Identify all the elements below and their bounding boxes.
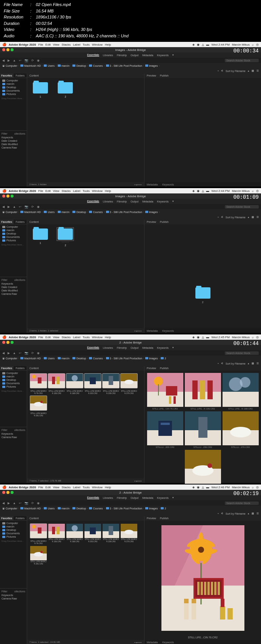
crumb-images[interactable]: Images bbox=[145, 64, 158, 67]
preview-thumb[interactable]: STILL LIFE...N 168.CR2 bbox=[223, 373, 259, 410]
crumb-computer[interactable]: 🖥 Computer bbox=[2, 64, 17, 67]
folder-1[interactable]: 1 bbox=[32, 81, 49, 98]
tab-output[interactable]: Output bbox=[130, 54, 138, 57]
list-icon[interactable]: ☰ bbox=[256, 69, 259, 72]
sidebar-tab-folders[interactable]: Folders bbox=[14, 74, 27, 78]
footer-metadata[interactable]: Metadata bbox=[147, 183, 158, 186]
crumb-marcin[interactable]: marcin bbox=[58, 64, 69, 67]
preview-thumb[interactable]: STILLLI...291.CR2 bbox=[185, 450, 221, 487]
filter-keywords[interactable]: Keywords bbox=[2, 136, 25, 139]
traffic-lights[interactable] bbox=[0, 47, 16, 52]
menu-file[interactable]: File bbox=[38, 43, 43, 46]
filter-camera-raw[interactable]: Camera Raw bbox=[2, 146, 25, 149]
menu-tools[interactable]: Tools bbox=[83, 43, 90, 46]
footer-keywords[interactable]: Keywords bbox=[162, 183, 174, 186]
thumb-item[interactable]: ☆☆☆☆☆STILL LIFE MARCIN 168.CR2 bbox=[66, 374, 83, 394]
thumb-item[interactable]: STILL LIFE MARCIN 168.CR2 bbox=[66, 524, 83, 544]
preview-thumb[interactable]: STILLLI...239.CR2 bbox=[185, 411, 221, 448]
tab-essentials[interactable]: Essentials bbox=[87, 54, 99, 57]
battery-icon[interactable]: ▬ bbox=[206, 43, 209, 46]
sidebar-drag-hint: Drag Favorites Here... bbox=[0, 97, 27, 100]
tab-keywords[interactable]: Keywords bbox=[157, 54, 169, 57]
thumb-item[interactable]: STILL LIFE MARCIN 106.CR2 bbox=[48, 524, 65, 544]
folder-1[interactable]: 1 bbox=[32, 227, 49, 244]
preview-thumb[interactable]: STILLLI...203.CR2 bbox=[147, 411, 183, 448]
search-input[interactable] bbox=[225, 59, 259, 62]
wifi-icon[interactable]: ◬ bbox=[202, 43, 204, 46]
forward-icon[interactable]: ▶ bbox=[8, 59, 10, 62]
sidebar-item-computer[interactable]: Computer bbox=[2, 79, 25, 82]
svg-rect-102 bbox=[220, 606, 225, 619]
menu-window[interactable]: Window bbox=[92, 43, 103, 46]
crumb-desktop[interactable]: Desktop bbox=[72, 64, 86, 67]
thumb-item[interactable]: ☆☆☆☆☆STILL LIFE MARCIN 106.CR2 bbox=[48, 374, 65, 394]
tab-filmstrip[interactable]: Filmstrip bbox=[117, 54, 127, 57]
grid-icon[interactable]: ▦ bbox=[252, 69, 254, 72]
siri-icon[interactable]: ◎ bbox=[256, 43, 259, 46]
iris-icon[interactable]: ◉ bbox=[37, 59, 40, 62]
sidebar-item-marcin[interactable]: marcin bbox=[2, 82, 25, 86]
sidebar-tab-favorites[interactable]: Favorites bbox=[0, 74, 14, 78]
folder-2[interactable]: ☆☆☆☆☆2 bbox=[57, 227, 74, 247]
panel-4: 00:02:19 🍎 Adobe Bridge 2020 FileEditVie… bbox=[0, 485, 261, 644]
thumb-item[interactable]: ☆☆☆☆☆STILL LIFE MARCIN 239.CR2 bbox=[103, 374, 119, 394]
cc-icon[interactable]: ◉ bbox=[197, 43, 200, 46]
crumb-users[interactable]: Users bbox=[44, 64, 54, 67]
sort-asc-icon[interactable]: ▴ bbox=[248, 69, 249, 72]
up-icon[interactable]: ▲ bbox=[13, 59, 16, 62]
filter-date-modified[interactable]: Date Modified bbox=[2, 143, 25, 146]
menu-label[interactable]: Label bbox=[73, 43, 80, 46]
clock[interactable]: Wed 2:44 PM bbox=[212, 43, 230, 46]
dropbox-icon[interactable]: ◈ bbox=[192, 43, 195, 46]
preview-thumb[interactable]: STILL LIFE...N 106.CR2 bbox=[185, 373, 221, 410]
sidebar: Favorites Folders Computer marcin Deskto… bbox=[0, 74, 27, 187]
menu-help[interactable]: Help bbox=[105, 43, 111, 46]
svg-rect-60 bbox=[57, 527, 60, 534]
crumb-courses[interactable]: Courses bbox=[89, 64, 103, 67]
thumb-item[interactable]: ☆☆☆☆☆STILL LIFE MARCIN 76.CR2 bbox=[30, 524, 47, 544]
back-icon[interactable]: ◀ bbox=[2, 59, 5, 62]
preview-tab[interactable]: Preview bbox=[147, 74, 156, 78]
menu-stacks[interactable]: Stacks bbox=[61, 43, 71, 46]
thumb-item[interactable]: ☆☆☆☆☆STILL LIFE MARCIN 270.CR2 bbox=[121, 374, 137, 394]
filter-date-created[interactable]: Date Created bbox=[2, 139, 25, 143]
boomerang-icon[interactable]: ↩ bbox=[19, 59, 21, 62]
chevron-down-icon[interactable]: ▾ bbox=[172, 54, 174, 57]
search-icon[interactable]: ⌕ bbox=[252, 43, 254, 46]
sort-dropdown[interactable]: Sort by Filename bbox=[226, 70, 246, 72]
content-body[interactable]: 1 2 bbox=[27, 78, 144, 182]
preview-thumb[interactable]: STILL LIFE...CIN 76.CR2 bbox=[147, 373, 183, 410]
crumb-hd[interactable]: Macintosh HD bbox=[20, 64, 41, 67]
svg-rect-29 bbox=[173, 396, 176, 404]
user-name[interactable]: Marcin Mikus bbox=[232, 43, 250, 46]
thumb-item[interactable]: STILL LIFE MARCIN 291.CR2 bbox=[30, 546, 47, 565]
thumb-item[interactable]: ☆☆☆☆☆STILL LIFE MARCIN 76.CR2 bbox=[30, 374, 47, 394]
sidebar-item-desktop[interactable]: Desktop bbox=[2, 86, 25, 89]
thumb-item[interactable]: STILL LIFE MARCIN 239.CR2 bbox=[103, 524, 119, 544]
menu-edit[interactable]: Edit bbox=[45, 43, 51, 46]
toolbar: ◀ ▶ ▲ ↩ 📷 ⟳ ◉ bbox=[0, 58, 261, 63]
apple-icon[interactable]: 🍎 bbox=[2, 43, 6, 46]
sidebar-item-pictures[interactable]: Pictures bbox=[2, 92, 25, 96]
filter-icon[interactable]: ⚟ bbox=[221, 69, 223, 72]
tab-metadata[interactable]: Metadata bbox=[142, 54, 153, 57]
thumb-item[interactable]: STILL LIFE MARCIN 270.CR2 bbox=[121, 524, 137, 544]
camera-icon[interactable]: 📷 bbox=[25, 59, 28, 62]
svg-rect-7 bbox=[57, 377, 60, 384]
filter-star-icon[interactable]: ⭑ bbox=[218, 69, 219, 72]
thumb-slider[interactable]: ━●━━━ bbox=[134, 183, 142, 186]
sidebar-item-documents[interactable]: Documents bbox=[2, 89, 25, 92]
thumb-item[interactable]: ☆☆☆☆☆STILL LIFE MARCIN 291.CR2 bbox=[30, 396, 47, 417]
preview-folder-icon bbox=[195, 287, 210, 299]
preview-large[interactable] bbox=[161, 525, 244, 631]
menu-view[interactable]: View bbox=[53, 43, 59, 46]
refresh-icon[interactable]: ⟳ bbox=[31, 59, 34, 62]
tab-libraries[interactable]: Libraries bbox=[103, 54, 113, 57]
crumb-project[interactable]: 3 - Still Life Post Production bbox=[106, 64, 142, 67]
publish-tab[interactable]: Publish bbox=[160, 74, 169, 78]
thumb-item[interactable]: ☆☆☆☆☆STILL LIFE MARCIN 203.CR2 bbox=[84, 374, 101, 394]
preview-thumb[interactable]: STILLLI...270.CR2 bbox=[223, 411, 259, 448]
apple-icon[interactable]: 🍎 bbox=[2, 189, 6, 193]
folder-2[interactable]: 2 bbox=[57, 81, 74, 98]
thumb-item[interactable]: STILL LIFE MARCIN 203.CR2 bbox=[84, 524, 101, 544]
